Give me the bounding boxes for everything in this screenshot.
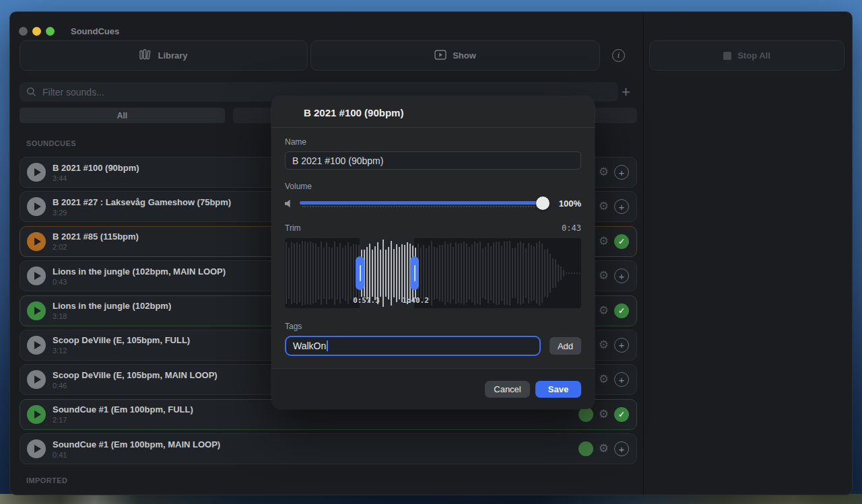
waveform-bar (380, 250, 381, 296)
settings-gear-icon[interactable]: ⚙ (599, 441, 609, 456)
play-button[interactable] (27, 439, 46, 458)
waveform-bar (555, 259, 556, 287)
waveform-bar (576, 273, 578, 275)
handle-grip-line (414, 265, 416, 281)
desktop-wallpaper (0, 494, 862, 504)
show-tab-button[interactable]: Show (310, 40, 600, 71)
modal-footer: Cancel Save (271, 368, 595, 409)
add-to-show-icon[interactable]: + (614, 372, 629, 387)
add-to-show-icon[interactable]: + (614, 199, 629, 214)
waveform-bar (399, 247, 400, 299)
waveform-bar (307, 242, 308, 304)
waveform-bar (337, 247, 338, 299)
waveform-bar (339, 243, 341, 303)
add-to-show-icon[interactable]: + (614, 165, 629, 180)
stop-all-label: Stop All (737, 50, 770, 61)
waveform-bar (436, 248, 438, 299)
add-to-show-icon[interactable]: + (614, 441, 629, 456)
waveform-bar (310, 242, 311, 305)
cue-row[interactable]: SoundCue #1 (Em 100bpm, MAIN LOOP) 0:41 … (20, 433, 637, 464)
tab-all[interactable]: All (20, 108, 225, 123)
waveform-bar (299, 244, 300, 302)
cue-duration: 3:18 (53, 312, 171, 320)
waveform-bar (420, 248, 422, 298)
add-tag-button[interactable]: Add (550, 337, 581, 355)
play-icon (34, 307, 41, 315)
show-icon (434, 50, 446, 62)
waveform-bar (504, 242, 505, 305)
zoom-window-button[interactable] (46, 27, 55, 36)
added-check-icon[interactable]: ✓ (614, 303, 629, 318)
stop-all-button[interactable]: Stop All (649, 40, 844, 71)
titlebar[interactable]: SoundCues (10, 12, 852, 40)
volume-slider[interactable] (300, 196, 548, 210)
waveform-bar (506, 242, 508, 305)
play-button[interactable] (27, 266, 46, 285)
waveform-bar (520, 242, 521, 305)
minimize-window-button[interactable] (32, 27, 41, 36)
library-icon (139, 49, 152, 62)
traffic-lights (19, 27, 55, 36)
trim-label: Trim (285, 223, 301, 233)
cue-title: Lions in the jungle (102bpm) (53, 301, 171, 311)
play-button[interactable] (27, 232, 46, 251)
waveform-bar (434, 247, 435, 299)
waveform-bar (479, 242, 481, 305)
waveform-bar (509, 241, 510, 305)
name-input[interactable] (285, 151, 581, 170)
info-icon[interactable]: i (612, 49, 625, 62)
settings-gear-icon[interactable]: ⚙ (599, 372, 609, 387)
active-dot (578, 441, 593, 456)
settings-gear-icon[interactable]: ⚙ (599, 165, 609, 180)
waveform-bar (428, 246, 430, 300)
play-icon (34, 445, 41, 453)
settings-gear-icon[interactable]: ⚙ (599, 234, 609, 249)
waveform-bar (528, 243, 529, 304)
trim-end-handle[interactable] (410, 256, 419, 290)
modal-title: B 2021 #100 (90bpm) (304, 107, 403, 118)
save-button[interactable]: Save (535, 381, 581, 398)
add-sound-button[interactable]: + (622, 82, 630, 102)
settings-gear-icon[interactable]: ⚙ (599, 199, 609, 214)
waveform-bar (547, 249, 548, 297)
play-button[interactable] (27, 405, 46, 424)
settings-gear-icon[interactable]: ⚙ (599, 268, 609, 283)
play-button[interactable] (27, 163, 46, 182)
close-window-button[interactable] (19, 27, 28, 36)
toolbar: Library Show i (20, 40, 637, 71)
settings-gear-icon[interactable]: ⚙ (599, 338, 609, 353)
settings-gear-icon[interactable]: ⚙ (599, 303, 609, 318)
settings-gear-icon[interactable]: ⚙ (599, 407, 609, 422)
handle-grip-line (360, 265, 361, 281)
add-to-show-icon[interactable]: + (614, 338, 629, 353)
waveform-bar (450, 243, 451, 303)
play-button[interactable] (27, 301, 46, 320)
volume-thumb[interactable] (536, 196, 550, 210)
tags-label: Tags (285, 322, 581, 331)
waveform-bar (482, 248, 484, 298)
play-button[interactable] (27, 370, 46, 389)
add-to-show-icon[interactable]: + (614, 268, 629, 283)
tags-input[interactable]: WalkOn (285, 336, 541, 356)
waveform-bar (426, 248, 427, 298)
waveform-bar (326, 242, 327, 304)
tags-input-value: WalkOn (293, 340, 326, 351)
cue-duration: 0:43 (53, 278, 226, 286)
waveform-bar (566, 273, 567, 275)
library-tab-button[interactable]: Library (20, 40, 308, 71)
modal-body: Name Volume 100% Trim 0:43 (271, 128, 595, 368)
waveform-bar (388, 247, 389, 299)
play-button[interactable] (27, 197, 46, 216)
play-button[interactable] (27, 336, 46, 355)
volume-row: 100% (285, 196, 581, 210)
play-icon (34, 203, 41, 211)
waveform-bar (488, 243, 489, 303)
waveform-bar (442, 245, 443, 301)
added-check-icon[interactable]: ✓ (614, 407, 629, 422)
trim-start-handle[interactable] (356, 256, 364, 290)
cancel-button[interactable]: Cancel (485, 381, 530, 398)
volume-value: 100% (559, 199, 581, 209)
trim-waveform[interactable]: 0:57.3 1:40.2 (285, 238, 581, 308)
cancel-label: Cancel (494, 384, 521, 394)
added-check-icon[interactable]: ✓ (614, 234, 629, 249)
